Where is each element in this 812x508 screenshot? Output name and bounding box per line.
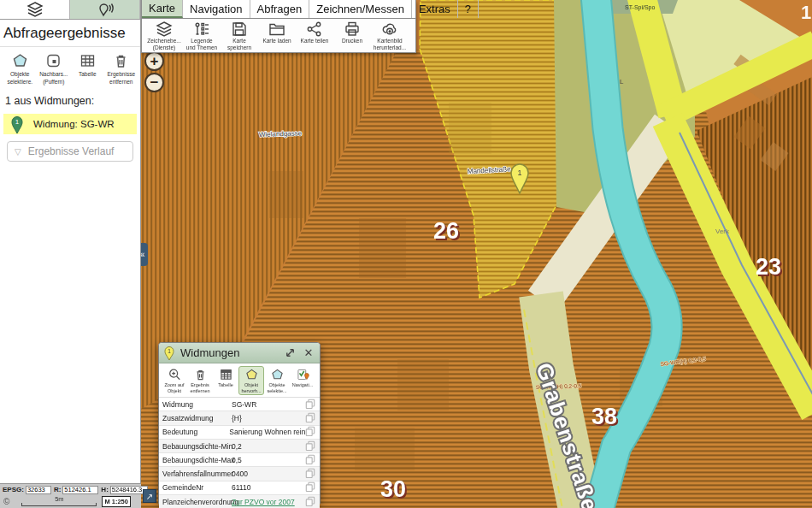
attribute-table: Widmung SG-WR Zusatzwidmung {H} Bedeutun…	[159, 398, 320, 508]
tab-extras[interactable]: Extras	[412, 0, 458, 18]
panel-title: Abfrageergebnisse	[0, 20, 140, 47]
attribute-value: 0,2	[232, 442, 305, 451]
copy-icon[interactable]	[305, 424, 317, 440]
save-map-button[interactable]: Karte speichern	[221, 21, 258, 50]
button-label: Tabelle	[214, 382, 238, 387]
attribute-label: GemeindeNr	[162, 483, 232, 492]
legend-themes-button[interactable]: Legende und Themen	[183, 21, 221, 50]
result-pin-icon: 1	[9, 114, 25, 134]
zoom-to-object-button[interactable]: Zoom auf Objekt	[162, 366, 187, 395]
tab-zeichnen-messen[interactable]: Zeichnen/Messen	[309, 0, 412, 18]
attribute-label: Bebauungsdichte-Max	[162, 456, 232, 464]
button-label: selektie...	[265, 388, 289, 393]
copy-icon[interactable]	[305, 439, 317, 454]
epsg-label: EPSG:	[3, 486, 24, 493]
select-polygon-icon	[270, 368, 285, 381]
zoom-in-button[interactable]: +	[144, 51, 164, 71]
highlight-polygon-icon	[244, 368, 259, 381]
attribute-row: Zusatzwidmung {H}	[159, 411, 320, 425]
r-coordinate-input[interactable]	[62, 486, 98, 494]
popup-close-button[interactable]: ✕	[301, 346, 316, 361]
copy-icon[interactable]	[305, 411, 317, 426]
menu-tabs: Karte Navigation Abfragen Zeichnen/Messe…	[142, 0, 415, 19]
button-label: Karte laden	[258, 38, 296, 44]
button-label: (Puffern)	[38, 79, 71, 85]
popup-expand-button[interactable]	[282, 346, 297, 361]
table-button[interactable]: Tabelle	[71, 52, 104, 85]
copy-icon[interactable]	[305, 480, 317, 495]
statusbar-expand-button[interactable]: ↗	[143, 489, 156, 503]
parcel-label: 38	[591, 404, 617, 429]
tab-navigation[interactable]: Navigation	[183, 0, 250, 18]
statusbar: EPSG: R: H: © 5m M 1:250	[0, 483, 141, 508]
scalebar-line	[21, 503, 97, 506]
button-label: Ergebnisse	[105, 71, 138, 77]
save-icon	[231, 21, 248, 37]
navigate-button[interactable]: Navigati...	[290, 366, 315, 395]
popup-header[interactable]: 1 Widmungen ✕	[159, 343, 320, 363]
legend-icon	[193, 21, 210, 37]
button-label: entfernen	[188, 388, 212, 393]
attribute-row: GemeindeNr 61110	[159, 481, 320, 495]
table-button[interactable]: Tabelle	[213, 366, 238, 395]
button-label: (Dienste)	[145, 44, 183, 50]
copy-icon[interactable]	[305, 494, 317, 508]
result-item[interactable]: 1 Widmung: SG-WR	[3, 114, 137, 134]
copy-icon[interactable]	[305, 466, 317, 481]
print-button[interactable]: Drucken	[333, 21, 371, 50]
menubar: Karte Navigation Abfragen Zeichnen/Messe…	[141, 0, 416, 53]
tab-abfragen[interactable]: Abfragen	[250, 0, 310, 18]
printer-icon	[344, 21, 361, 37]
button-label: Drucken	[333, 38, 371, 44]
button-label: Zoom auf	[162, 382, 186, 387]
result-item-label: Widmung: SG-WR	[33, 119, 115, 129]
copyright-icon[interactable]: ©	[3, 497, 9, 506]
button-label: und Themen	[183, 44, 221, 50]
street-label: L	[620, 78, 624, 86]
street-label: ST-Spi/Spo	[625, 4, 656, 11]
copy-icon[interactable]	[305, 452, 317, 468]
attribute-value: {H}	[232, 414, 305, 422]
highlight-object-button[interactable]: Objekt hervorh...	[238, 366, 264, 395]
popup-toolbar: Zoom auf Objekt Ergebnis entfernen Tabel…	[159, 363, 320, 398]
trash-icon	[112, 52, 130, 69]
app-window: Wielandgasse Mandellstraße ST-Spi/Spo L …	[0, 0, 812, 508]
popup-title: Widmungen	[180, 346, 282, 359]
epsg-input[interactable]	[26, 486, 51, 494]
attribute-label: Bedeutung	[162, 428, 229, 436]
load-map-button[interactable]: Karte laden	[258, 21, 296, 50]
share-icon	[306, 21, 323, 37]
parcel-label: 23	[756, 254, 781, 280]
pzvo-link[interactable]: Zur PZVO vor 2007	[232, 498, 305, 506]
select-objects-button[interactable]: Objekte selektiere.	[3, 52, 37, 85]
scale-value[interactable]: M 1:250	[102, 496, 131, 507]
layers-icon	[26, 2, 44, 17]
results-history-label: Ergebnisse Verlauf	[28, 145, 115, 157]
buffer-icon	[44, 52, 62, 69]
remove-result-button[interactable]: Ergebnis entfernen	[187, 366, 213, 395]
button-label: herunterlad...	[371, 44, 409, 50]
tab-help[interactable]: ?	[458, 0, 479, 18]
button-label: entfernen	[105, 79, 138, 85]
attribute-value: SG-WR	[232, 400, 305, 409]
attribute-row: Bebauungsdichte-Min 0,2	[159, 440, 320, 453]
coordinate-row: EPSG: R: H:	[0, 484, 141, 495]
remove-results-button[interactable]: Ergebnisse entfernen	[105, 52, 138, 85]
result-count-heading: 1 aus Widmungen:	[0, 86, 140, 112]
cloud-download-icon	[381, 21, 398, 37]
marker-ripple-icon	[96, 2, 115, 17]
buffer-button[interactable]: Nachbars... (Puffern)	[38, 52, 71, 85]
sidebar-tab-layers[interactable]	[0, 0, 70, 19]
zoom-out-button[interactable]: −	[144, 73, 164, 92]
layers-services-button[interactable]: Zeichenebe... (Dienste)	[145, 21, 183, 50]
tab-karte[interactable]: Karte	[142, 0, 183, 18]
attribute-label: Zusatzwidmung	[162, 414, 232, 422]
scalebar: 5m	[21, 497, 97, 507]
share-map-button[interactable]: Karte teilen	[296, 21, 333, 50]
copy-icon[interactable]	[305, 397, 317, 412]
table-icon	[79, 52, 97, 69]
select-objects-button[interactable]: Objekte selektie...	[264, 366, 290, 395]
results-history-toggle[interactable]: ▽ Ergebnisse Verlauf	[7, 141, 133, 162]
sidebar-tab-results[interactable]	[70, 0, 140, 19]
download-map-image-button[interactable]: Kartenbild herunterlad...	[371, 21, 409, 50]
